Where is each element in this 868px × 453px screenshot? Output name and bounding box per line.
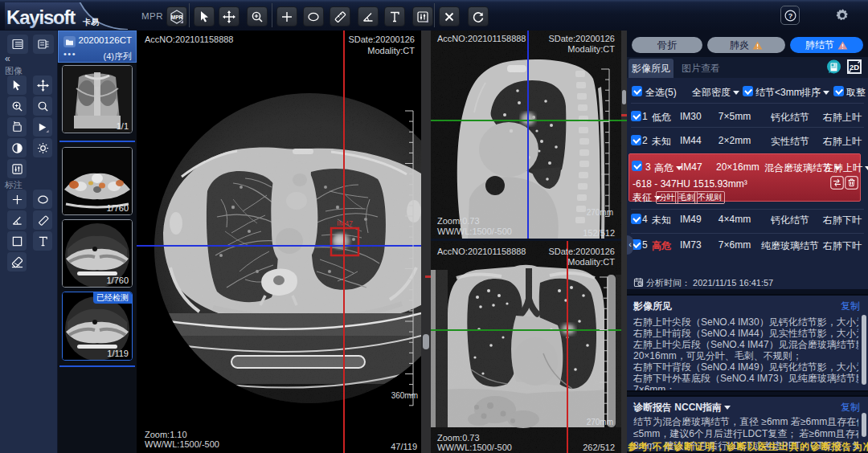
svg-text:2D: 2D xyxy=(850,63,859,71)
svg-text:MPR: MPR xyxy=(171,14,183,20)
svg-text:Kayisoft: Kayisoft xyxy=(6,6,76,28)
svg-text:卡易: 卡易 xyxy=(82,18,99,27)
svg-text:?: ? xyxy=(788,12,792,20)
